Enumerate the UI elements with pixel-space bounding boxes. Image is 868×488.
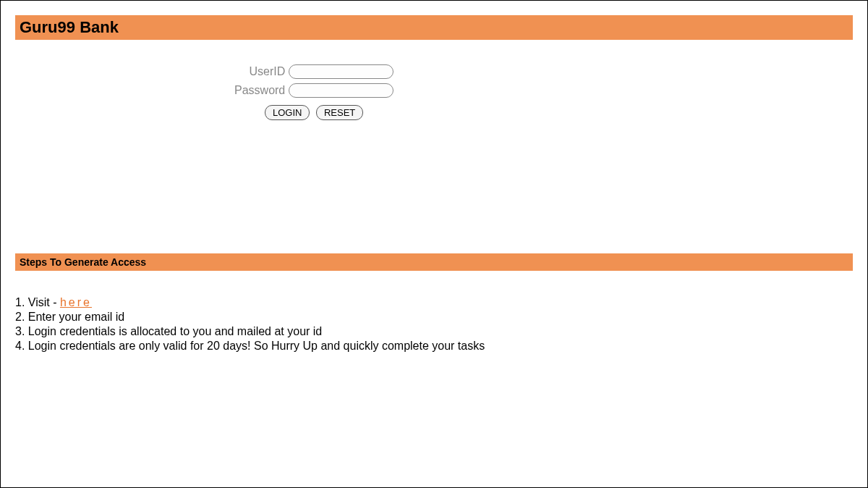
spacer	[1, 125, 867, 253]
step-item: 2. Enter your email id	[15, 310, 853, 324]
here-link[interactable]: here	[60, 296, 92, 308]
steps-list: 1. Visit - here 2. Enter your email id 3…	[15, 295, 853, 353]
page-title: Guru99 Bank	[20, 18, 848, 37]
password-input[interactable]	[289, 83, 393, 98]
step-item: 4. Login credentials are only valid for …	[15, 339, 853, 353]
login-button[interactable]: LOGIN	[265, 105, 310, 120]
step-item: 1. Visit - here	[15, 295, 853, 310]
reset-button[interactable]: RESET	[316, 105, 363, 120]
step-text: 3. Login credentials is allocated to you…	[15, 325, 322, 337]
steps-title: Steps To Generate Access	[20, 256, 848, 268]
userid-input[interactable]	[289, 64, 393, 79]
step-text: 2. Enter your email id	[15, 311, 124, 323]
step-item: 3. Login credentials is allocated to you…	[15, 324, 853, 339]
step-text: 1. Visit -	[15, 296, 60, 308]
login-table: UserID Password LOGIN RESET	[231, 60, 396, 125]
password-label: Password	[234, 83, 286, 98]
login-form-area: UserID Password LOGIN RESET	[1, 60, 867, 125]
step-text: 4. Login credentials are only valid for …	[15, 340, 485, 352]
header-bar: Guru99 Bank	[15, 15, 853, 40]
steps-header-bar: Steps To Generate Access	[15, 253, 853, 271]
userid-label: UserID	[234, 64, 286, 79]
